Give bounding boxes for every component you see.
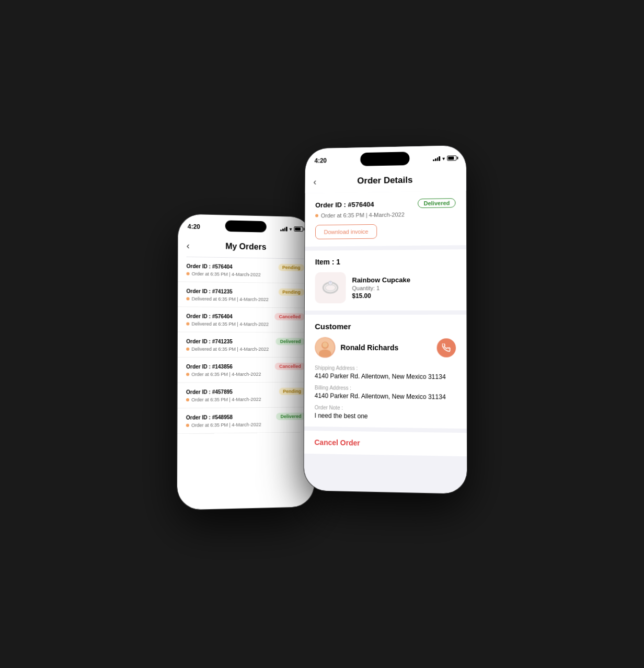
order-id-6: Order ID : #548958 xyxy=(186,414,233,420)
order-info-section: Order ID : #576404 Delivered Order at 6:… xyxy=(305,191,466,247)
orders-screen-title: My Orders xyxy=(225,242,266,252)
details-screen-title: Order Details xyxy=(357,175,412,187)
wifi-icon: ▾ xyxy=(290,226,292,232)
orders-screen: ‹ My Orders Order ID : #576404 Pending O… xyxy=(177,214,315,510)
order-time-6: Order at 6:35 PM | 4-March-2022 xyxy=(186,421,306,428)
order-list-item[interactable]: Order ID : #576404 Pending Order at 6:35… xyxy=(178,257,313,284)
shipping-address-label: Shipping Address : xyxy=(315,365,456,372)
call-customer-button[interactable] xyxy=(437,338,456,357)
order-time-5: Order at 6:35 PM | 4-March-2022 xyxy=(186,396,305,402)
back-button-right[interactable]: ‹ xyxy=(313,177,316,188)
download-invoice-button[interactable]: Download invoice xyxy=(315,224,377,239)
phone-left-screen: 4:20 ▾ ‹ My xyxy=(177,214,315,510)
ring-icon xyxy=(319,277,341,300)
billing-address-value: 4140 Parker Rd. Allentown, New Mexico 31… xyxy=(315,392,456,401)
dynamic-island-left xyxy=(225,220,267,232)
customer-name: Ronald Richards xyxy=(340,343,398,352)
item-image xyxy=(315,272,346,304)
item-label: Item : 1 xyxy=(315,257,456,266)
order-id-2: Order ID : #576404 xyxy=(186,313,232,319)
order-dot-3 xyxy=(186,348,189,351)
item-section: Item : 1 xyxy=(305,249,467,310)
order-note-value: I need the best one xyxy=(315,412,456,421)
status-icons-left: ▾ xyxy=(280,226,303,232)
order-dot-6 xyxy=(186,424,189,427)
order-dot-2 xyxy=(186,323,189,326)
customer-avatar xyxy=(315,337,336,358)
wifi-icon-right: ▾ xyxy=(442,155,445,161)
order-id-1: Order ID : #741235 xyxy=(186,288,232,294)
order-badge-5: Pending xyxy=(279,388,305,395)
item-name: Rainbow Cupcake xyxy=(352,275,410,283)
order-badge-2: Cancelled xyxy=(275,313,305,320)
avatar-icon xyxy=(316,338,335,357)
customer-row: Ronald Richards xyxy=(315,337,456,359)
time-right: 4:20 xyxy=(315,157,327,164)
details-screen: ‹ Order Details Order ID : #576404 Deliv… xyxy=(304,145,467,494)
customer-section-label: Customer xyxy=(315,322,456,331)
cancel-order-button[interactable]: Cancel Order xyxy=(304,431,467,456)
shipping-address-value: 4140 Parker Rd. Allentown, New Mexico 31… xyxy=(315,372,456,381)
order-dot-5 xyxy=(186,398,189,401)
order-detail-time: Order at 6:35 PM | 4-March-2022 xyxy=(315,211,456,218)
item-price: $15.00 xyxy=(352,292,410,299)
battery-icon xyxy=(294,226,303,232)
order-detail-id: Order ID : #576404 xyxy=(315,200,374,209)
order-list-item[interactable]: Order ID : #741235 Pending Delivered at … xyxy=(178,282,313,308)
details-content: Order ID : #576404 Delivered Order at 6:… xyxy=(304,191,467,487)
billing-address-label: Billing Address : xyxy=(315,385,456,391)
order-badge-0: Pending xyxy=(278,264,304,271)
order-time-0: Order at 6:35 PM | 4-March-2022 xyxy=(187,271,305,278)
order-badge-3: Delivered xyxy=(276,338,305,345)
item-info: Rainbow Cupcake Quantity: 1 $15.00 xyxy=(352,275,410,299)
customer-section: Customer xyxy=(304,315,467,429)
order-id-0: Order ID : #576404 xyxy=(187,263,233,269)
customer-info-left: Ronald Richards xyxy=(315,337,398,359)
phones-container: 4:20 ▾ ‹ My xyxy=(178,146,466,522)
order-list-item[interactable]: Order ID : #576404 Cancelled Delivered a… xyxy=(178,307,313,332)
order-time-4: Order at 6:35 PM | 4-March-2022 xyxy=(186,372,305,377)
order-id-4: Order ID : #143856 xyxy=(186,364,233,370)
phone-left: 4:20 ▾ ‹ My xyxy=(177,214,315,510)
svg-point-1 xyxy=(325,285,336,291)
phone-right-screen: 4:20 ▾ ‹ O xyxy=(304,145,467,494)
order-badge-4: Cancelled xyxy=(275,363,305,370)
item-quantity: Quantity: 1 xyxy=(352,284,410,291)
item-row: Rainbow Cupcake Quantity: 1 $15.00 xyxy=(315,271,455,303)
order-time-2: Delivered at 6:35 PM | 4-March-2022 xyxy=(186,321,305,327)
order-list-item[interactable]: Order ID : #457895 Pending Order at 6:35… xyxy=(178,383,314,409)
order-badge-1: Pending xyxy=(278,289,304,296)
order-id-3: Order ID : #741235 xyxy=(186,338,233,344)
order-badge-6: Delivered xyxy=(277,412,306,420)
time-dot xyxy=(315,214,318,217)
dynamic-island-right xyxy=(360,152,409,166)
phone-right: 4:20 ▾ ‹ O xyxy=(304,145,467,494)
order-info-header: Order ID : #576404 Delivered xyxy=(315,198,455,210)
signal-icon xyxy=(280,226,288,232)
order-dot-1 xyxy=(186,297,189,301)
time-left: 4:20 xyxy=(188,223,200,231)
orders-list: Order ID : #576404 Pending Order at 6:35… xyxy=(177,257,314,434)
order-id-5: Order ID : #457895 xyxy=(186,389,233,395)
order-status-badge: Delivered xyxy=(418,198,456,208)
order-time-1: Delivered at 6:35 PM | 4-March-2022 xyxy=(186,296,304,303)
svg-point-7 xyxy=(323,342,328,348)
order-list-item[interactable]: Order ID : #143856 Cancelled Order at 6:… xyxy=(178,358,314,383)
order-dot-4 xyxy=(186,373,189,376)
order-list-item[interactable]: Order ID : #548958 Delivered Order at 6:… xyxy=(177,407,314,434)
signal-icon-right xyxy=(433,156,440,161)
order-time-3: Delivered at 6:35 PM | 4-March-2022 xyxy=(186,347,305,352)
battery-icon-right xyxy=(447,155,456,160)
back-button-left[interactable]: ‹ xyxy=(187,240,190,251)
order-dot-0 xyxy=(187,272,190,275)
order-note-label: Order Note : xyxy=(315,405,456,412)
order-list-item[interactable]: Order ID : #741235 Delivered Delivered a… xyxy=(178,332,313,358)
status-icons-right: ▾ xyxy=(433,155,456,162)
